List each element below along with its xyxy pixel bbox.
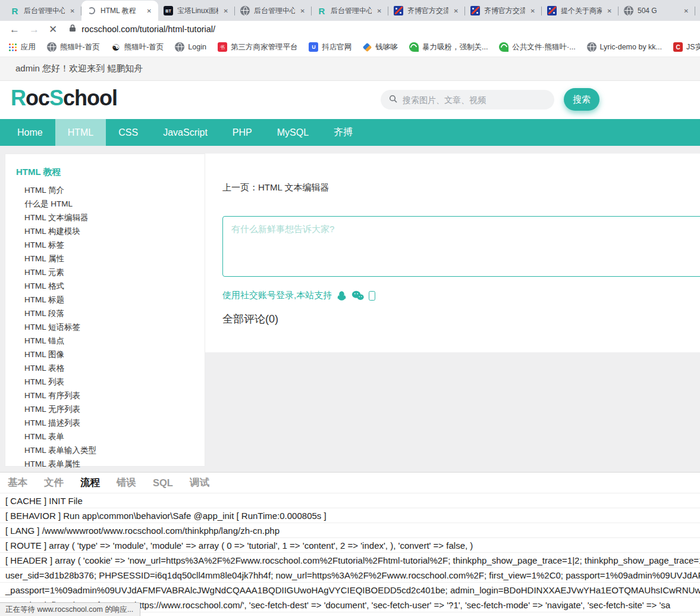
- tab-close-icon[interactable]: ✕: [453, 7, 460, 15]
- sidebar-item[interactable]: HTML 简介: [5, 183, 205, 197]
- tab-close-icon[interactable]: ✕: [683, 7, 690, 15]
- tab-close-icon[interactable]: ✕: [146, 7, 153, 15]
- trace-log-line: [ CACHE ] INIT File: [0, 493, 700, 508]
- browser-tab[interactable]: 齐博官方交流 ✕: [388, 1, 465, 21]
- bookmark-item[interactable]: 熊猫叶-首页: [47, 42, 100, 52]
- sidebar-item[interactable]: HTML 构建模块: [5, 224, 205, 238]
- sidebar-item[interactable]: HTML 元素: [5, 265, 205, 279]
- sidebar-item[interactable]: HTML 标题: [5, 293, 205, 307]
- trace-log-line: [ HEADER ] array ( 'cookie' => 'now_url=…: [0, 552, 700, 567]
- browser-tab[interactable]: 提个关于商家 ✕: [542, 1, 619, 21]
- sidebar-item[interactable]: HTML 描述列表: [5, 416, 205, 430]
- trace-tab-bar: 基本文件流程错误SQL调试: [0, 473, 700, 493]
- stop-loading-button[interactable]: ✕: [49, 24, 57, 35]
- qibo-icon: [470, 6, 480, 15]
- site-search-input[interactable]: [403, 95, 539, 105]
- sidebar-item[interactable]: HTML 无序列表: [5, 402, 205, 416]
- admin-welcome-bar: admin 您好！欢迎来到 鲲鹏知舟: [0, 57, 700, 81]
- tab-close-icon[interactable]: ✕: [376, 7, 383, 15]
- sidebar-item[interactable]: 什么是 HTML: [5, 197, 205, 211]
- qq-login-icon[interactable]: [337, 290, 347, 301]
- sidebar-item[interactable]: HTML 段落: [5, 307, 205, 320]
- bookmark-label: JS实现: [686, 42, 700, 52]
- browser-tab[interactable]: 后台管理中心 ✕: [235, 1, 312, 21]
- bookmark-item[interactable]: 熊猫叶-首页: [111, 42, 164, 52]
- bookmark-item[interactable]: JS实现: [673, 42, 700, 52]
- r-logo-icon: [10, 6, 20, 15]
- green-swirl-icon: [409, 42, 419, 52]
- redbook-icon: [218, 42, 227, 52]
- trace-tab[interactable]: 基本: [8, 476, 27, 489]
- back-button[interactable]: ←: [10, 24, 20, 35]
- browser-tab[interactable]: 宝塔Linux面板 ✕: [158, 1, 235, 21]
- sidebar-item[interactable]: HTML 列表: [5, 375, 205, 389]
- prev-page-link[interactable]: 上一页：HTML 文本编辑器: [222, 182, 329, 193]
- trace-log-line: [ ROUTE ] array ( 'type' => 'module', 'm…: [0, 537, 700, 552]
- sidebar-item[interactable]: HTML 表单属性: [5, 457, 205, 471]
- trace-tab[interactable]: 错误: [117, 476, 136, 489]
- nav-item[interactable]: JavaScript: [150, 119, 220, 146]
- globe-icon: [624, 6, 633, 15]
- trace-tab[interactable]: 调试: [190, 476, 209, 489]
- sidebar-item[interactable]: HTML 文本编辑器: [5, 211, 205, 224]
- qibo-icon: [547, 6, 557, 15]
- nav-item[interactable]: PHP: [220, 119, 265, 146]
- sidebar-item[interactable]: HTML 标签: [5, 238, 205, 252]
- sidebar-item[interactable]: HTML 表格: [5, 361, 205, 375]
- sidebar-item[interactable]: HTML 表单: [5, 430, 205, 443]
- nav-item[interactable]: Home: [5, 119, 55, 146]
- debug-trace-panel: 基本文件流程错误SQL调试 [ CACHE ] INIT File[ BEHAV…: [0, 472, 700, 616]
- sidebar-item[interactable]: HTML 图像: [5, 348, 205, 361]
- bookmark-item[interactable]: Login: [175, 42, 206, 52]
- sidebar-item[interactable]: HTML 属性: [5, 252, 205, 265]
- tab-title: 后台管理中心: [331, 6, 372, 16]
- bookmark-label: 应用: [21, 42, 36, 52]
- tab-title: 504 G: [638, 7, 679, 15]
- sidebar-item[interactable]: HTML 格式: [5, 279, 205, 293]
- tab-close-icon[interactable]: ✕: [222, 7, 230, 15]
- site-search-box: [381, 90, 554, 110]
- trace-tab[interactable]: 文件: [44, 476, 64, 489]
- browser-tab[interactable]: 504 G ✕: [619, 1, 695, 21]
- trace-log-line: user_sid=3d1b28b376; PHPSESSID=i6q1dq50c…: [0, 567, 700, 582]
- forward-button[interactable]: →: [29, 24, 39, 35]
- bookmark-item[interactable]: 第三方商家管理平台: [218, 42, 298, 52]
- mobile-login-icon[interactable]: [369, 291, 375, 301]
- nav-item[interactable]: 齐搏: [321, 119, 365, 146]
- comment-input[interactable]: [222, 216, 700, 277]
- url-text: rocschool.com/tutorial/html-tutorial/: [81, 24, 215, 34]
- trace-tab[interactable]: 流程: [80, 476, 100, 489]
- bookmark-item[interactable]: 应用: [8, 42, 36, 52]
- nav-item[interactable]: MySQL: [265, 119, 321, 146]
- browser-tab[interactable]: 后台管理中心 ✕: [5, 1, 81, 21]
- trace-tab[interactable]: SQL: [153, 477, 173, 489]
- sidebar-item[interactable]: HTML 短语标签: [5, 320, 205, 334]
- social-login-label: 使用社交账号登录,本站支持: [222, 290, 332, 301]
- site-logo[interactable]: RocSchool: [11, 86, 117, 111]
- browser-tab[interactable]: HTML 教程 ✕: [81, 1, 158, 21]
- bookmark-item[interactable]: Lyric-demo by kk...: [587, 42, 662, 52]
- qibo-icon: [394, 6, 403, 15]
- welcome-text: admin 您好！欢迎来到 鲲鹏知舟: [15, 63, 143, 74]
- browser-tab[interactable]: 后台管理中心 ✕: [312, 1, 388, 21]
- url-box[interactable]: rocschool.com/tutorial/html-tutorial/: [69, 24, 215, 35]
- wechat-login-icon[interactable]: [351, 290, 364, 301]
- main-content: 上一页：HTML 文本编辑器 使用社交账号登录,本站支持 全部评论(0): [205, 154, 700, 352]
- nav-item[interactable]: HTML: [55, 119, 106, 146]
- bookmark-label: 熊猫叶-首页: [60, 42, 100, 52]
- tab-close-icon[interactable]: ✕: [69, 7, 76, 15]
- bookmark-item[interactable]: 公共文件·熊猫叶·...: [499, 42, 575, 52]
- search-button[interactable]: 搜索: [564, 88, 599, 111]
- sidebar-item[interactable]: HTML 表单输入类型: [5, 443, 205, 457]
- tab-close-icon[interactable]: ✕: [299, 7, 306, 15]
- tab-close-icon[interactable]: ✕: [529, 7, 536, 15]
- tab-close-icon[interactable]: ✕: [606, 7, 613, 15]
- sidebar-item[interactable]: HTML 有序列表: [5, 389, 205, 402]
- bookmark-item[interactable]: 钱哆哆: [363, 42, 398, 52]
- sidebar-item[interactable]: HTML 锚点: [5, 334, 205, 348]
- nav-item[interactable]: CSS: [106, 119, 150, 146]
- browser-tab[interactable]: 齐博官方交流 ✕: [465, 1, 542, 21]
- bookmark-item[interactable]: 暴力吸粉，强制关...: [409, 42, 488, 52]
- bookmark-item[interactable]: 抖店官网: [309, 42, 351, 52]
- sidebar-list: HTML 简介什么是 HTMLHTML 文本编辑器HTML 构建模块HTML 标…: [5, 183, 205, 471]
